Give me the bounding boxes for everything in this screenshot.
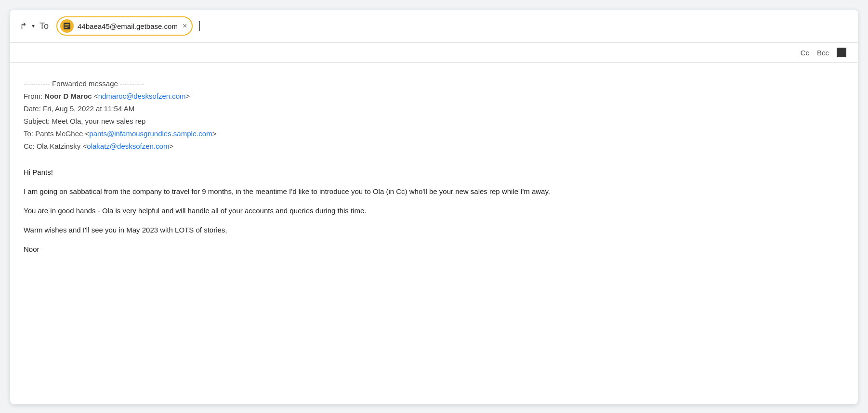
contact-icon	[63, 22, 71, 30]
dropdown-arrow-icon[interactable]: ▾	[32, 23, 35, 29]
cc-bcc-row: Cc Bcc	[10, 43, 858, 63]
forwarded-separator: ----------- Forwarded message ----------	[24, 78, 844, 90]
from-name: Noor D Maroc	[44, 92, 92, 100]
to-email-link[interactable]: pants@infamousgrundies.sample.com	[89, 129, 212, 138]
format-icon[interactable]	[837, 48, 846, 57]
compose-window: ↱ ▾ To 44baea45@email.getbase.com × Cc B…	[10, 10, 858, 404]
email-content: Hi Pants! I am going on sabbatical from …	[24, 167, 844, 255]
from-label: From:	[24, 92, 42, 100]
body-paragraph3: Warm wishes and I'll see you in May 2023…	[24, 224, 844, 236]
greeting: Hi Pants!	[24, 167, 844, 178]
forward-icon[interactable]: ↱	[20, 21, 27, 31]
forwarded-cc: Cc: Ola Katzinsky <olakatz@desksofzen.co…	[24, 141, 844, 152]
to-row: ↱ ▾ To 44baea45@email.getbase.com ×	[10, 10, 858, 43]
forwarded-header: ----------- Forwarded message ----------…	[24, 78, 844, 152]
recipient-email: 44baea45@email.getbase.com	[78, 22, 178, 30]
cc-email-link[interactable]: olakatz@desksofzen.com	[87, 142, 169, 150]
bcc-button[interactable]: Bcc	[817, 49, 829, 57]
cc-button[interactable]: Cc	[801, 49, 809, 57]
remove-recipient-button[interactable]: ×	[183, 22, 187, 30]
forwarded-date: Date: Fri, Aug 5, 2022 at 11:54 AM	[24, 103, 844, 115]
forwarded-to: To: Pants McGhee <pants@infamousgrundies…	[24, 128, 844, 140]
forwarded-from: From: Noor D Maroc <ndmaroc@desksofzen.c…	[24, 90, 844, 102]
to-label: To	[39, 21, 49, 31]
avatar	[60, 19, 74, 33]
body-paragraph1: I am going on sabbatical from the compan…	[24, 186, 844, 197]
from-email-link[interactable]: ndmaroc@desksofzen.com	[98, 92, 186, 100]
text-cursor	[199, 21, 200, 31]
sign-off: Noor	[24, 244, 844, 255]
body-paragraph2: You are in good hands - Ola is very help…	[24, 205, 844, 217]
recipient-chip[interactable]: 44baea45@email.getbase.com ×	[56, 16, 193, 36]
forwarded-subject: Subject: Meet Ola, your new sales rep	[24, 116, 844, 127]
email-body: ----------- Forwarded message ----------…	[10, 63, 858, 277]
